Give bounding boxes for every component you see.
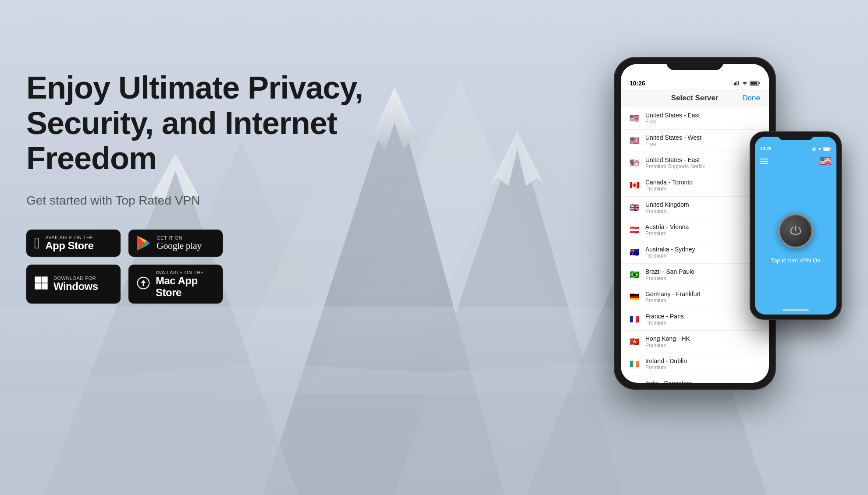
phone2: 10:26 🇺🇸 (750, 131, 842, 320)
server-name-7: Australia - Sydney (645, 246, 762, 253)
svg-rect-18 (42, 283, 48, 290)
phone2-status-icons (812, 147, 831, 151)
list-item[interactable]: 🇩🇪 Germany - Frankfurt Premium (621, 286, 769, 308)
svg-rect-30 (814, 148, 815, 151)
server-name-9: Germany - Frankfurt (645, 290, 762, 297)
svg-rect-27 (759, 82, 760, 84)
phone2-topbar: 🇺🇸 (755, 153, 836, 170)
power-icon (789, 224, 802, 237)
phone1-screen: 10:26 Select Server Done 🇺🇸 United S (621, 64, 769, 383)
subheadline: Get started with Top Rated VPN (26, 194, 408, 208)
google-play-big-text: Google play (157, 240, 202, 251)
fr-flag: 🇫🇷 (628, 315, 641, 324)
country-flag: 🇺🇸 (819, 156, 831, 167)
home-bar (783, 309, 809, 311)
svg-rect-21 (735, 82, 736, 85)
apple-icon:  (34, 235, 40, 251)
server-name-2: United States - West (645, 134, 752, 141)
app-store-button[interactable]:  Available on the App Store (26, 230, 121, 257)
list-item[interactable]: 🇦🇺 Australia - Sydney Premium (621, 241, 769, 264)
svg-rect-22 (736, 81, 737, 85)
svg-rect-23 (738, 81, 739, 85)
phone1-notch (666, 58, 723, 70)
server-tier-1: Free (645, 119, 762, 125)
svg-rect-35 (830, 148, 831, 149)
svg-rect-31 (815, 147, 816, 151)
server-name-11: Hong Kong - HK (645, 335, 762, 342)
phone2-notch (778, 132, 813, 140)
server-tier-3: Premium Supports Netflix (645, 163, 762, 170)
list-item[interactable]: 🇺🇸 United States - West Free ✓ (621, 130, 769, 152)
list-item[interactable]: 🇭🇰 Hong Kong - HK Premium (621, 331, 769, 353)
server-tier-11: Premium (645, 342, 762, 348)
server-name-1: United States - East (645, 112, 762, 119)
google-play-icon (136, 236, 151, 251)
us-flag-1: 🇺🇸 (628, 113, 641, 123)
list-item[interactable]: 🇦🇹 Austria - Vienna Premium (621, 219, 769, 241)
server-name-12: Ireland - Dublin (645, 357, 762, 364)
server-name-10: France - Paris (645, 313, 762, 320)
svg-point-32 (819, 150, 820, 151)
headline-line1: Enjoy Ultimate Privacy, (26, 70, 363, 105)
server-tier-12: Premium (645, 364, 762, 371)
server-name-3: United States - East (645, 156, 762, 163)
tap-to-turn-text: Tap to turn VPN On (771, 257, 821, 264)
server-tier-9: Premium (645, 297, 762, 304)
phone2-time: 10:26 (760, 146, 772, 151)
google-play-button[interactable]: GET IT ON Google play (128, 230, 223, 257)
svg-rect-29 (813, 148, 814, 151)
headline: Enjoy Ultimate Privacy, Security, and In… (26, 70, 408, 176)
svg-rect-16 (42, 276, 48, 283)
us-flag-3: 🇺🇸 (628, 158, 641, 168)
list-item[interactable]: 🇫🇷 France - Paris Premium (621, 308, 769, 331)
list-item[interactable]: 🇧🇷 Brazil - San Paulo Premium (621, 264, 769, 286)
au-flag: 🇦🇺 (628, 248, 641, 257)
list-item[interactable]: 🇺🇸 United States - East Premium Supports… (621, 152, 769, 174)
ca-flag: 🇨🇦 (628, 180, 641, 190)
list-item[interactable]: 🇺🇸 United States - East Free (621, 107, 769, 130)
svg-rect-20 (734, 83, 735, 85)
mac-app-store-icon (136, 276, 150, 293)
list-item[interactable]: 🇨🇦 Canada - Toronto Premium (621, 174, 769, 197)
server-name-5: United Kingdom (645, 201, 762, 208)
server-tier-10: Premium (645, 320, 762, 326)
phones-area: 10:26 Select Server Done 🇺🇸 United S (614, 35, 842, 412)
server-name-13: India - Bangalore (645, 380, 762, 383)
select-server-title: Select Server (671, 94, 719, 103)
server-name-8: Brazil - San Paulo (645, 268, 762, 275)
windows-big-text: Windows (53, 281, 98, 292)
hamburger-menu[interactable] (760, 159, 768, 164)
svg-rect-17 (35, 283, 41, 290)
server-tier-6: Premium (645, 230, 762, 237)
ie-flag: 🇮🇪 (628, 359, 641, 369)
gb-flag: 🇬🇧 (628, 203, 641, 212)
svg-rect-15 (35, 276, 41, 283)
phone2-screen: 10:26 🇺🇸 (755, 137, 836, 315)
at-flag: 🇦🇹 (628, 225, 641, 235)
windows-button[interactable]: Download for Windows (26, 265, 121, 304)
svg-rect-28 (812, 148, 813, 151)
server-tier-8: Premium (645, 275, 762, 281)
list-item[interactable]: 🇮🇪 Ireland - Dublin Premium (621, 353, 769, 375)
br-flag: 🇧🇷 (628, 270, 641, 279)
mac-app-store-button[interactable]: Available on the Mac App Store (128, 265, 223, 304)
server-list: 🇺🇸 United States - East Free 🇺🇸 United S… (621, 107, 769, 383)
in-flag: 🇮🇳 (628, 382, 641, 383)
done-button[interactable]: Done (742, 94, 760, 103)
phone1-time: 10:26 (630, 80, 645, 87)
home-indicator (755, 308, 836, 315)
vpn-body: Tap to turn VPN On (755, 170, 836, 308)
mac-app-store-big-text: Mac App Store (156, 275, 215, 298)
svg-point-24 (744, 85, 745, 85)
server-name-6: Austria - Vienna (645, 223, 762, 230)
vpn-power-button[interactable] (778, 213, 813, 248)
hk-flag: 🇭🇰 (628, 337, 641, 346)
list-item[interactable]: 🇮🇳 India - Bangalore Premium (621, 375, 769, 383)
list-item[interactable]: 🇬🇧 United Kingdom Premium (621, 197, 769, 219)
svg-rect-34 (824, 148, 829, 150)
server-tier-7: Premium (645, 253, 762, 259)
headline-line2: Security, and Internet Freedom (26, 106, 337, 176)
svg-rect-26 (751, 82, 758, 85)
us-flag-2: 🇺🇸 (628, 136, 641, 145)
server-tier-4: Premium (645, 186, 762, 192)
